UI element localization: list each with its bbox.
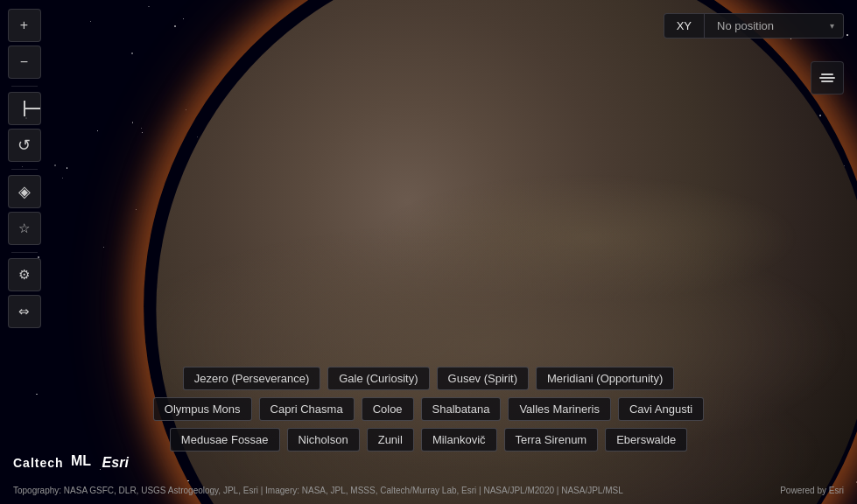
bookmark-button[interactable]: ☆: [8, 212, 41, 245]
star: [136, 209, 137, 210]
location-tag-valles-marineris[interactable]: Valles Marineris: [508, 397, 611, 421]
location-tag-capri-chasma[interactable]: Capri Chasma: [259, 397, 355, 421]
star: [186, 109, 186, 110]
compass-button[interactable]: ◈: [8, 175, 41, 208]
toolbar-separator-2: [11, 169, 38, 170]
star: [846, 34, 848, 36]
tag-row-2: Medusae FossaeNicholsonZunilMilankovičTe…: [170, 428, 687, 452]
location-tag-gusev[interactable]: Gusev (Spirit): [437, 367, 529, 390]
layers-button[interactable]: [811, 61, 844, 94]
esri-logo: Esri: [102, 455, 129, 471]
star: [183, 18, 184, 19]
position-text: No position: [717, 19, 774, 32]
zoom-in-button[interactable]: +: [8, 9, 41, 42]
star: [131, 52, 133, 54]
toolbar-separator-3: [11, 252, 38, 253]
location-tag-milankovič[interactable]: Milankovič: [421, 428, 497, 452]
caltech-logo: Caltech: [13, 456, 64, 470]
location-tag-shalbatana[interactable]: Shalbatana: [421, 397, 502, 421]
location-tag-meridiani[interactable]: Meridiani (Opportunity): [536, 367, 674, 390]
position-dropdown[interactable]: No position ▾: [704, 13, 844, 38]
location-tag-gale[interactable]: Gale (Curiosity): [327, 367, 429, 390]
zoom-out-button[interactable]: −: [8, 46, 41, 79]
logos-area: Caltech ML Esri: [13, 452, 129, 473]
layers-stack-icon: [819, 74, 835, 82]
star: [141, 128, 142, 129]
top-bar: XY No position ▾: [664, 13, 844, 38]
rotate-button[interactable]: ↺: [8, 129, 41, 162]
star: [148, 6, 149, 7]
star: [132, 122, 134, 123]
attribution-text: Topography: NASA GSFC, DLR, USGS Astroge…: [13, 486, 623, 495]
star: [174, 25, 176, 27]
ml-logo: ML: [71, 452, 95, 473]
location-tag-medusae-fossae[interactable]: Medusae Fossae: [170, 428, 280, 452]
star: [54, 164, 56, 166]
star: [142, 132, 143, 133]
chevron-down-icon: ▾: [830, 21, 834, 31]
powered-by-text: Powered by Esri: [780, 486, 844, 495]
toolbar-separator-1: [11, 86, 38, 87]
tag-row-0: Jezero (Perseverance)Gale (Curiosity)Gus…: [183, 367, 674, 390]
location-tag-cavi-angusti[interactable]: Cavi Angusti: [618, 397, 704, 421]
location-tag-eberswalde[interactable]: Eberswalde: [605, 428, 687, 452]
location-tags: Jezero (Perseverance)Gale (Curiosity)Gus…: [0, 367, 857, 452]
location-tag-terra-sirenum[interactable]: Terra Sirenum: [504, 428, 599, 452]
pan-button[interactable]: [8, 92, 41, 125]
measure-button[interactable]: ⇔: [8, 295, 41, 328]
star: [67, 167, 67, 168]
location-tag-jezero[interactable]: Jezero (Perseverance): [183, 367, 321, 390]
svg-text:ML: ML: [71, 453, 91, 468]
xy-button[interactable]: XY: [664, 13, 704, 38]
location-tag-nicholson[interactable]: Nicholson: [287, 428, 360, 452]
tag-row-1: Olympus MonsCapri ChasmaColoeShalbatanaV…: [153, 397, 704, 421]
star: [90, 21, 91, 22]
attribution-bar: Topography: NASA GSFC, DLR, USGS Astroge…: [0, 486, 857, 495]
ml-logo-svg: ML: [71, 452, 95, 469]
star: [103, 247, 104, 248]
crosshair-icon: [17, 101, 32, 116]
location-tag-olympus-mons[interactable]: Olympus Mons: [153, 397, 252, 421]
settings-button[interactable]: ⚙: [8, 258, 41, 291]
star: [62, 178, 63, 178]
location-tag-zunil[interactable]: Zunil: [367, 428, 414, 452]
star: [97, 130, 98, 131]
location-tag-coloe[interactable]: Coloe: [362, 397, 414, 421]
